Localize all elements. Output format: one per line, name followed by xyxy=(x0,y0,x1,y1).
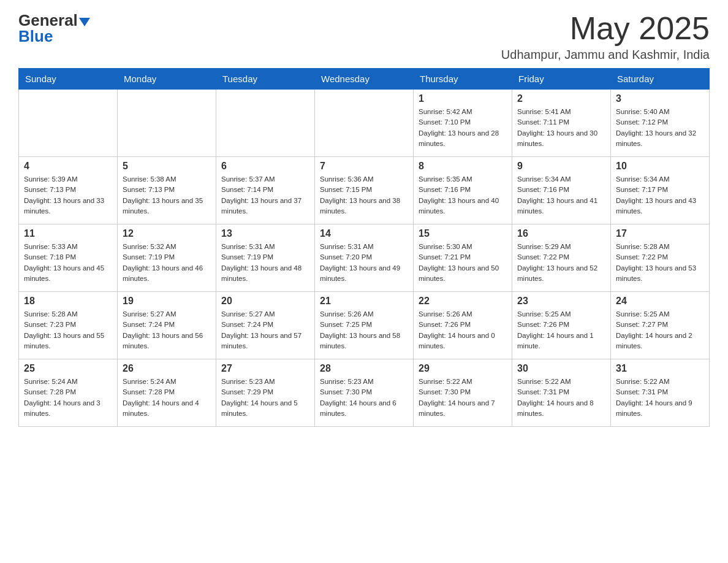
day-number: 1 xyxy=(419,93,507,104)
day-number: 22 xyxy=(419,296,507,307)
day-number: 4 xyxy=(24,161,112,172)
page-header: General Blue May 2025 Udhampur, Jammu an… xyxy=(18,12,710,62)
weekday-header-thursday: Thursday xyxy=(414,69,512,90)
weekday-header-sunday: Sunday xyxy=(19,69,118,90)
calendar-cell xyxy=(118,90,216,157)
calendar-cell xyxy=(315,90,414,157)
calendar-cell: 4Sunrise: 5:39 AM Sunset: 7:13 PM Daylig… xyxy=(19,157,118,224)
day-number: 18 xyxy=(24,296,112,307)
day-info: Sunrise: 5:28 AM Sunset: 7:23 PM Dayligh… xyxy=(24,309,112,351)
day-info: Sunrise: 5:25 AM Sunset: 7:26 PM Dayligh… xyxy=(517,309,605,351)
calendar-cell: 10Sunrise: 5:34 AM Sunset: 7:17 PM Dayli… xyxy=(611,157,710,224)
day-number: 16 xyxy=(517,228,605,239)
day-info: Sunrise: 5:31 AM Sunset: 7:19 PM Dayligh… xyxy=(221,242,309,284)
calendar-cell xyxy=(19,90,118,157)
day-number: 9 xyxy=(517,161,605,172)
day-number: 15 xyxy=(419,228,507,239)
calendar-cell: 11Sunrise: 5:33 AM Sunset: 7:18 PM Dayli… xyxy=(19,224,118,292)
calendar-cell: 24Sunrise: 5:25 AM Sunset: 7:27 PM Dayli… xyxy=(611,292,710,359)
day-info: Sunrise: 5:37 AM Sunset: 7:14 PM Dayligh… xyxy=(221,174,309,216)
day-info: Sunrise: 5:42 AM Sunset: 7:10 PM Dayligh… xyxy=(419,107,507,149)
title-section: May 2025 Udhampur, Jammu and Kashmir, In… xyxy=(501,12,710,62)
calendar-cell: 13Sunrise: 5:31 AM Sunset: 7:19 PM Dayli… xyxy=(216,224,315,292)
logo-triangle-icon xyxy=(79,18,90,26)
day-info: Sunrise: 5:24 AM Sunset: 7:28 PM Dayligh… xyxy=(123,377,211,419)
day-info: Sunrise: 5:29 AM Sunset: 7:22 PM Dayligh… xyxy=(517,242,605,284)
calendar-cell: 1Sunrise: 5:42 AM Sunset: 7:10 PM Daylig… xyxy=(414,90,512,157)
weekday-header-wednesday: Wednesday xyxy=(315,69,414,90)
day-number: 10 xyxy=(616,161,704,172)
day-info: Sunrise: 5:32 AM Sunset: 7:19 PM Dayligh… xyxy=(123,242,211,284)
day-info: Sunrise: 5:39 AM Sunset: 7:13 PM Dayligh… xyxy=(24,174,112,216)
weekday-header-saturday: Saturday xyxy=(611,69,710,90)
calendar-cell: 31Sunrise: 5:22 AM Sunset: 7:31 PM Dayli… xyxy=(611,359,710,427)
calendar-cell: 9Sunrise: 5:34 AM Sunset: 7:16 PM Daylig… xyxy=(512,157,611,224)
calendar-header: SundayMondayTuesdayWednesdayThursdayFrid… xyxy=(19,69,710,90)
calendar-cell: 3Sunrise: 5:40 AM Sunset: 7:12 PM Daylig… xyxy=(611,90,710,157)
day-number: 24 xyxy=(616,296,704,307)
day-info: Sunrise: 5:26 AM Sunset: 7:26 PM Dayligh… xyxy=(419,309,507,351)
day-number: 25 xyxy=(24,363,112,374)
calendar-cell: 18Sunrise: 5:28 AM Sunset: 7:23 PM Dayli… xyxy=(19,292,118,359)
calendar-body: 1Sunrise: 5:42 AM Sunset: 7:10 PM Daylig… xyxy=(19,90,710,427)
calendar-cell: 7Sunrise: 5:36 AM Sunset: 7:15 PM Daylig… xyxy=(315,157,414,224)
day-info: Sunrise: 5:22 AM Sunset: 7:31 PM Dayligh… xyxy=(616,377,704,419)
day-info: Sunrise: 5:34 AM Sunset: 7:17 PM Dayligh… xyxy=(616,174,704,216)
day-info: Sunrise: 5:35 AM Sunset: 7:16 PM Dayligh… xyxy=(419,174,507,216)
day-info: Sunrise: 5:22 AM Sunset: 7:31 PM Dayligh… xyxy=(517,377,605,419)
day-info: Sunrise: 5:26 AM Sunset: 7:25 PM Dayligh… xyxy=(320,309,408,351)
day-number: 5 xyxy=(123,161,211,172)
calendar-cell: 26Sunrise: 5:24 AM Sunset: 7:28 PM Dayli… xyxy=(118,359,216,427)
calendar-week-row: 4Sunrise: 5:39 AM Sunset: 7:13 PM Daylig… xyxy=(19,157,710,224)
calendar-cell: 16Sunrise: 5:29 AM Sunset: 7:22 PM Dayli… xyxy=(512,224,611,292)
day-info: Sunrise: 5:31 AM Sunset: 7:20 PM Dayligh… xyxy=(320,242,408,284)
day-info: Sunrise: 5:30 AM Sunset: 7:21 PM Dayligh… xyxy=(419,242,507,284)
day-number: 2 xyxy=(517,93,605,104)
day-number: 3 xyxy=(616,93,704,104)
day-info: Sunrise: 5:23 AM Sunset: 7:29 PM Dayligh… xyxy=(221,377,309,419)
location-subtitle: Udhampur, Jammu and Kashmir, India xyxy=(501,48,710,62)
day-info: Sunrise: 5:25 AM Sunset: 7:27 PM Dayligh… xyxy=(616,309,704,351)
day-number: 13 xyxy=(221,228,309,239)
day-number: 23 xyxy=(517,296,605,307)
calendar-cell: 27Sunrise: 5:23 AM Sunset: 7:29 PM Dayli… xyxy=(216,359,315,427)
day-info: Sunrise: 5:36 AM Sunset: 7:15 PM Dayligh… xyxy=(320,174,408,216)
weekday-header-tuesday: Tuesday xyxy=(216,69,315,90)
calendar-cell: 14Sunrise: 5:31 AM Sunset: 7:20 PM Dayli… xyxy=(315,224,414,292)
calendar-cell: 19Sunrise: 5:27 AM Sunset: 7:24 PM Dayli… xyxy=(118,292,216,359)
calendar-week-row: 25Sunrise: 5:24 AM Sunset: 7:28 PM Dayli… xyxy=(19,359,710,427)
day-number: 19 xyxy=(123,296,211,307)
day-number: 14 xyxy=(320,228,408,239)
calendar-cell: 5Sunrise: 5:38 AM Sunset: 7:13 PM Daylig… xyxy=(118,157,216,224)
calendar-cell: 6Sunrise: 5:37 AM Sunset: 7:14 PM Daylig… xyxy=(216,157,315,224)
day-number: 27 xyxy=(221,363,309,374)
day-info: Sunrise: 5:38 AM Sunset: 7:13 PM Dayligh… xyxy=(123,174,211,216)
day-number: 7 xyxy=(320,161,408,172)
day-number: 28 xyxy=(320,363,408,374)
calendar-table: SundayMondayTuesdayWednesdayThursdayFrid… xyxy=(18,68,710,427)
day-info: Sunrise: 5:28 AM Sunset: 7:22 PM Dayligh… xyxy=(616,242,704,284)
day-number: 6 xyxy=(221,161,309,172)
day-number: 12 xyxy=(123,228,211,239)
day-info: Sunrise: 5:27 AM Sunset: 7:24 PM Dayligh… xyxy=(123,309,211,351)
day-info: Sunrise: 5:33 AM Sunset: 7:18 PM Dayligh… xyxy=(24,242,112,284)
calendar-cell: 22Sunrise: 5:26 AM Sunset: 7:26 PM Dayli… xyxy=(414,292,512,359)
calendar-cell: 2Sunrise: 5:41 AM Sunset: 7:11 PM Daylig… xyxy=(512,90,611,157)
calendar-cell: 25Sunrise: 5:24 AM Sunset: 7:28 PM Dayli… xyxy=(19,359,118,427)
calendar-week-row: 1Sunrise: 5:42 AM Sunset: 7:10 PM Daylig… xyxy=(19,90,710,157)
calendar-week-row: 18Sunrise: 5:28 AM Sunset: 7:23 PM Dayli… xyxy=(19,292,710,359)
day-number: 20 xyxy=(221,296,309,307)
day-info: Sunrise: 5:27 AM Sunset: 7:24 PM Dayligh… xyxy=(221,309,309,351)
logo-top: General xyxy=(18,12,90,28)
day-number: 31 xyxy=(616,363,704,374)
day-number: 26 xyxy=(123,363,211,374)
weekday-header-row: SundayMondayTuesdayWednesdayThursdayFrid… xyxy=(19,69,710,90)
day-number: 30 xyxy=(517,363,605,374)
calendar-week-row: 11Sunrise: 5:33 AM Sunset: 7:18 PM Dayli… xyxy=(19,224,710,292)
day-number: 29 xyxy=(419,363,507,374)
day-info: Sunrise: 5:22 AM Sunset: 7:30 PM Dayligh… xyxy=(419,377,507,419)
calendar-cell: 23Sunrise: 5:25 AM Sunset: 7:26 PM Dayli… xyxy=(512,292,611,359)
calendar-cell: 29Sunrise: 5:22 AM Sunset: 7:30 PM Dayli… xyxy=(414,359,512,427)
calendar-cell: 21Sunrise: 5:26 AM Sunset: 7:25 PM Dayli… xyxy=(315,292,414,359)
logo-blue-text: Blue xyxy=(18,27,53,45)
